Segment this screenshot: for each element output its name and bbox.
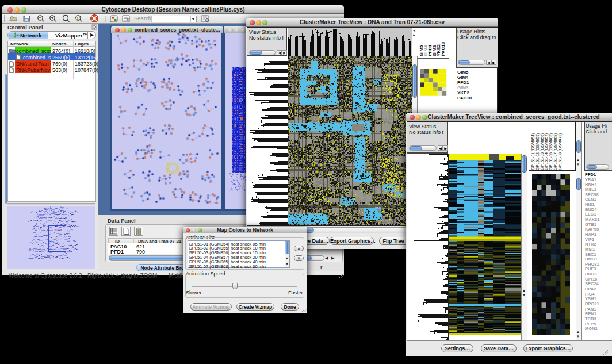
- svg-text:GPL51-03 (GSM856): GPL51-03 (GSM856): [540, 133, 545, 170]
- svg-text:GPL51-04 (GSM857): GPL51-04 (GSM857): [544, 133, 549, 170]
- svg-text:GPL51-07 (GSM868): GPL51-07 (GSM868): [553, 133, 558, 170]
- svg-text:GPL51-06 (GSM865): GPL51-06 (GSM865): [549, 133, 553, 170]
- svg-text:PAC10: PAC10: [441, 41, 446, 56]
- svg-text:GPL51-02 (GSM855): GPL51-02 (GSM855): [536, 133, 540, 170]
- svg-text:1:1: 1:1: [77, 17, 81, 20]
- svg-text:GPL51-01 (GSM854): GPL51-01 (GSM854): [531, 133, 536, 170]
- svg-text:Search:: Search:: [134, 15, 153, 21]
- svg-text:GPL51-08 (GSM872): GPL51-08 (GSM872): [558, 133, 563, 170]
